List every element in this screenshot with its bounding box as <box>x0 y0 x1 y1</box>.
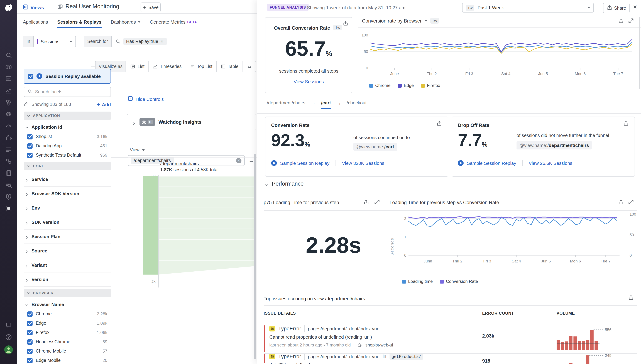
view-step-selector[interactable]: View <box>130 147 145 152</box>
chat-icon[interactable] <box>5 322 12 328</box>
add-facet-button[interactable]: Add <box>96 102 111 107</box>
facet-service[interactable]: Service <box>24 172 111 187</box>
search-icon[interactable] <box>5 52 12 58</box>
viz-option-table[interactable]: Table <box>216 61 242 72</box>
checkbox[interactable] <box>27 311 33 316</box>
integrations-icon[interactable] <box>5 134 12 141</box>
funnel-step-2[interactable]: /checkout <box>347 100 366 106</box>
expand-icon[interactable] <box>628 18 634 25</box>
checkbox[interactable] <box>27 330 33 335</box>
tab-sessions-replays[interactable]: Sessions & Replays <box>57 16 101 28</box>
chevron-right-icon[interactable] <box>132 120 136 124</box>
facet-version[interactable]: Version <box>24 272 111 287</box>
clear-icon[interactable]: ✕ <box>236 158 241 163</box>
rum-icon[interactable] <box>5 205 12 212</box>
log-explorer-icon[interactable] <box>5 182 12 188</box>
share-button[interactable]: Share <box>603 3 629 13</box>
sample-replay-link[interactable]: Sample Session Replay <box>280 160 329 166</box>
checkbox[interactable] <box>27 134 33 139</box>
pencil-icon[interactable] <box>24 101 29 108</box>
browser-chart-header[interactable]: Conversion rate by Browser 1w <box>362 18 439 24</box>
export-icon[interactable] <box>628 295 634 302</box>
legend-item-loading-time[interactable]: Loading time <box>402 279 433 284</box>
facet-group-application[interactable]: APPLICATION <box>24 112 111 120</box>
ci-icon[interactable] <box>5 158 12 164</box>
facet-value-row[interactable]: Edge1.09k <box>24 318 111 328</box>
facet-env[interactable]: Env <box>24 201 111 215</box>
help-icon[interactable] <box>5 334 12 340</box>
viz-option-top-list[interactable]: Top List <box>186 61 216 72</box>
facet-browser-sdk-version[interactable]: Browser SDK Version <box>24 187 111 201</box>
expand-icon[interactable] <box>374 199 380 206</box>
facet-value-row[interactable]: Datadog App451 <box>24 141 111 150</box>
dashboards-icon[interactable] <box>5 123 12 129</box>
issue-row[interactable]: JSTypeErrorpages/department/_dept/index.… <box>264 350 637 364</box>
facet-sdk-version[interactable]: SDK Version <box>24 215 111 230</box>
metrics-icon[interactable] <box>5 87 12 94</box>
save-button[interactable]: Save <box>141 2 161 12</box>
legend-item-firefox[interactable]: Firefox <box>421 83 440 88</box>
close-panel-button[interactable]: ✕ <box>633 4 637 10</box>
checkbox[interactable] <box>27 358 33 363</box>
panel-scrollbar[interactable] <box>639 17 640 89</box>
view-sessions-link[interactable]: View Sessions <box>265 79 352 84</box>
user-avatar[interactable] <box>4 346 13 354</box>
views-button[interactable]: Views <box>23 4 44 12</box>
timeframe-select[interactable]: 1w Past 1 Week <box>462 3 594 12</box>
infrastructure-icon[interactable] <box>5 99 12 106</box>
search-facets-input[interactable]: Search facets <box>24 87 111 97</box>
query-token[interactable]: Has Replay:true ✕ <box>123 38 167 45</box>
facet-session-plan[interactable]: Session Plan <box>24 230 111 244</box>
export-icon[interactable] <box>436 120 442 128</box>
facet-value-row[interactable]: Edge Mobile20 <box>24 356 111 364</box>
funnel-step-0[interactable]: /department/chairs <box>267 100 305 106</box>
export-icon[interactable] <box>343 20 348 28</box>
facet-value-row[interactable]: Chrome Mobile57 <box>24 346 111 356</box>
legend-item-edge[interactable]: Edge <box>398 83 414 88</box>
checkbox[interactable] <box>27 339 33 344</box>
content-scrollbar[interactable] <box>254 154 256 359</box>
viz-option-list[interactable]: List <box>126 61 149 72</box>
apm-icon[interactable] <box>5 111 12 117</box>
facet-group-core[interactable]: CORE <box>24 162 111 170</box>
export-icon[interactable] <box>618 18 624 25</box>
stream-icon[interactable] <box>5 76 12 82</box>
watchdog-insights-panel[interactable]: 0 Watchdog Insights <box>127 114 256 130</box>
dropoff-token[interactable]: @view.name: /department/chairs <box>516 141 592 150</box>
facet-value-row[interactable]: Synthetic Tests Default969 <box>24 150 111 160</box>
funnel-step-1[interactable]: /cart <box>321 100 331 109</box>
checkbox[interactable] <box>27 152 33 158</box>
performance-section-header[interactable]: Performance <box>265 180 304 187</box>
facet-group-browser[interactable]: BROWSER <box>24 289 111 297</box>
conversion-token[interactable]: @view.name: /cart <box>353 143 397 151</box>
export-icon[interactable] <box>618 199 624 206</box>
expand-icon[interactable] <box>628 199 634 206</box>
datadog-logo[interactable] <box>4 3 14 13</box>
facet-value-row[interactable]: Chrome2.28k <box>24 309 111 318</box>
security-icon[interactable] <box>5 194 12 200</box>
notebook-icon[interactable] <box>5 170 12 176</box>
scope-select[interactable]: In Sessions <box>23 36 76 47</box>
facet-application-id[interactable]: Application Id <box>24 122 111 132</box>
facet-browser-name[interactable]: Browser Name <box>24 299 111 309</box>
checkbox[interactable] <box>27 320 33 326</box>
session-replay-filter[interactable]: Session Replay available <box>24 69 111 84</box>
checkbox[interactable] <box>28 74 33 79</box>
view-sessions-link[interactable]: View 320K Sessions <box>342 160 384 166</box>
facet-variant[interactable]: Variant <box>24 258 111 272</box>
facet-value-row[interactable]: HeadlessChrome59 <box>24 337 111 346</box>
facet-value-row[interactable]: Shop.ist3.16k <box>24 132 111 141</box>
checkbox[interactable] <box>27 348 33 354</box>
hide-controls-button[interactable]: Hide Controls <box>128 96 164 102</box>
legend-item-chrome[interactable]: Chrome <box>369 83 390 88</box>
facet-source[interactable]: Source <box>24 244 111 258</box>
watchdog-icon[interactable] <box>5 64 12 70</box>
view-sessions-link[interactable]: View 26.6K Sessions <box>529 160 572 166</box>
viz-option-timeseries[interactable]: Timeseries <box>149 61 186 72</box>
token-remove-icon[interactable]: ✕ <box>160 39 164 44</box>
export-icon[interactable] <box>363 199 369 206</box>
logs-icon[interactable] <box>5 146 12 153</box>
search-input[interactable]: Search for Has Replay:true ✕ <box>84 36 263 47</box>
tab-dashboards[interactable]: Dashboards <box>111 16 140 28</box>
legend-item-conversion-rate[interactable]: Conversion Rate <box>440 279 478 284</box>
